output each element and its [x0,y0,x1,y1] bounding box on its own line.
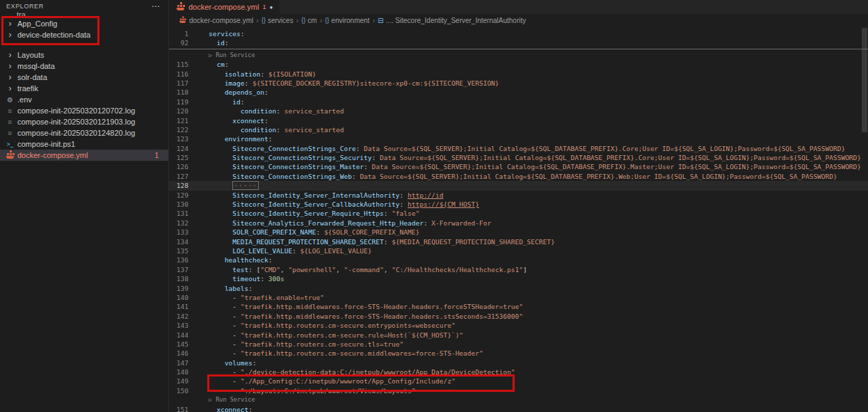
tab-docker-compose[interactable]: docker-compose.yml 1 ● [169,0,280,14]
line-number: 130 [169,200,188,209]
code-line-121[interactable]: 121 xconnect: [169,116,868,125]
code-line-144[interactable]: 144 - "traefik.http.routers.cm-secure.ru… [169,331,868,340]
code-line-130[interactable]: 130 Sitecore_Identity_Server_CallbackAut… [169,200,868,209]
line-number: 141 [169,302,188,311]
file-label: tra [17,11,26,18]
code-line-142[interactable]: 142 - "traefik.http.middlewares.force-ST… [169,312,868,321]
code-line-128[interactable]: 128 ····· [169,181,868,190]
code-line-137[interactable]: 137 test: ["CMD", "powershell", "-comman… [169,265,868,274]
breadcrumb-item-0[interactable]: docker-compose.yml [178,16,253,24]
chevron-icon: › [6,74,15,81]
breadcrumb-item-2[interactable]: {}cm [301,17,316,24]
code-line-139[interactable]: 139 labels: [169,284,868,293]
code-line-115[interactable]: 115 cm: [169,60,868,69]
code-line-133[interactable]: 133 SOLR_CORE_PREFIX_NAME: ${SOLR_CORE_P… [169,228,868,237]
file-label: solr-data [17,73,47,81]
code-line-124[interactable]: 124 Sitecore_ConnectionStrings_Core: Dat… [169,144,868,153]
sticky-scroll-divider [169,49,868,49]
code-line-143[interactable]: 143 - "traefik.http.routers.cm-secure.en… [169,321,868,330]
log-icon: ≡ [6,107,15,115]
file-label: traefik [17,84,38,93]
code-line-135[interactable]: 135 LOG_LEVEL_VALUE: ${LOG_LEVEL_VALUE} [169,246,868,255]
breadcrumb-label: docker-compose.yml [189,17,253,24]
braces-icon: {} [301,17,305,24]
line-number: 145 [169,340,188,349]
line-number: 115 [169,60,188,69]
file-item-tra[interactable]: tra [0,11,168,18]
vscode-window: EXPLORER ⋯ tra›App_Config›device-detecti… [0,0,868,412]
code-line-119[interactable]: 119 id: [169,97,868,106]
breadcrumb-item-3[interactable]: {}environment [325,17,369,24]
file-item-mssql-data[interactable]: ›mssql-data [0,61,168,72]
code-line-123[interactable]: 123 environment: [169,134,868,143]
code-line-151[interactable]: 151 xconnect: [169,405,868,412]
more-actions-icon[interactable]: ⋯ [151,1,160,11]
file-label: App_Config [17,19,58,28]
code-line-132[interactable]: 132 Sitecore_Analytics_Forwarded_Request… [169,219,868,228]
tab-bar: docker-compose.yml 1 ● [169,0,868,14]
file-item-device-detection-data[interactable]: ›device-detection-data [0,29,168,40]
line-number: 119 [169,97,188,106]
code-line-118[interactable]: 118 depends_on: [169,88,868,97]
code-line-149[interactable]: 149 - "./App_Config:C:/inetpub/wwwroot/A… [169,377,868,386]
chevron-icon: › [6,20,15,27]
tab-problems-badge: 1 [262,3,266,10]
tab-label: docker-compose.yml [188,3,259,11]
code-line-141[interactable]: 141 - "traefik.http.middlewares.force-ST… [169,302,868,311]
breadcrumb-item-4[interactable]: ⊟.... Sitecore_Identity_Server_InternalA… [378,17,526,24]
file-item-solr-data[interactable]: ›solr-data [0,72,168,83]
breadcrumb-item-1[interactable]: {}services [262,17,294,24]
code-line-134[interactable]: 134 MEDIA_REQUEST_PROTECTION_SHARED_SECR… [169,237,868,246]
chevron-icon: › [6,52,15,58]
codelens-run-service[interactable]: ▷ Run Service [169,395,868,404]
code-line-92[interactable]: 92 id: [169,38,868,47]
line-number: 92 [169,38,188,47]
code-line-131[interactable]: 131 Sitecore_Identity_Server_Require_Htt… [169,209,868,218]
code-line-116[interactable]: 116 isolation: ${ISOLATION} [169,70,868,79]
editor[interactable]: 1services:92 id:▷ Run Service115 cm:116 … [169,26,868,412]
code-line-146[interactable]: 146 - "traefik.http.routers.cm-secure.mi… [169,349,868,358]
code-line-122[interactable]: 122 condition: service_started [169,125,868,134]
line-number: 151 [169,405,188,412]
line-number: 117 [169,79,188,88]
breadcrumb: docker-compose.yml›{}services›{}cm›{}env… [169,14,868,26]
code-line-145[interactable]: 145 - "traefik.http.routers.cm-secure.tl… [169,340,868,349]
dirty-indicator-icon[interactable]: ● [270,4,273,10]
codelens-run-service[interactable]: ▷ Run Service [169,51,868,60]
code-line-127[interactable]: 127 Sitecore_ConnectionStrings_Web: Data… [169,172,868,181]
code-line-140[interactable]: 140 - "traefik.enable=true" [169,293,868,302]
editor-scrollbar[interactable] [861,26,868,412]
scrollbar-slider[interactable] [862,28,867,132]
file-item-docker-compose.yml[interactable]: docker-compose.yml1 [0,150,168,161]
docker-icon [179,17,186,24]
code-line-125[interactable]: 125 Sitecore_ConnectionStrings_Security:… [169,153,868,162]
file-item-traefik[interactable]: ›traefik [0,83,168,94]
file-item-compose-init-20250320120702.log[interactable]: ≡compose-init-20250320120702.log [0,105,168,116]
line-number: 138 [169,274,188,283]
code-line-148[interactable]: 148 - "./device-detection-data:C:/inetpu… [169,367,868,377]
code-line-117[interactable]: 117 image: ${SITECORE_DOCKER_REGISTRY}si… [169,79,868,88]
file-item-App_Config[interactable]: ›App_Config [0,18,168,29]
log-icon: ≡ [6,129,15,137]
code-line-136[interactable]: 136 healthcheck: [169,255,868,264]
file-label: docker-compose.yml [17,151,88,159]
chevron-icon: › [6,31,15,38]
line-number: 134 [169,237,188,246]
code-line-138[interactable]: 138 timeout: 300s [169,274,868,283]
line-number: 143 [169,321,188,330]
code-line-1[interactable]: 1services: [169,29,868,38]
file-item-compose-init-20250320121903.log[interactable]: ≡compose-init-20250320121903.log [0,116,168,127]
file-label: .env [17,95,32,104]
code-line-150[interactable]: 150 - "./Layouts:C:/inetpub/wwwroot/View… [169,386,868,395]
code-line-126[interactable]: 126 Sitecore_ConnectionStrings_Master: D… [169,162,868,171]
editor-column: docker-compose.yml 1 ● docker-compose.ym… [169,0,868,412]
line-number: 123 [169,134,188,143]
file-item-.env[interactable]: ⚙.env [0,94,168,105]
file-label: Layouts [17,51,45,59]
file-item-compose-init.ps1[interactable]: >_compose-init.ps1 [0,138,168,150]
code-line-120[interactable]: 120 condition: service_started [169,106,868,116]
file-item-Layouts[interactable]: ›Layouts [0,49,168,61]
file-item-compose-init-20250320124820.log[interactable]: ≡compose-init-20250320124820.log [0,127,168,138]
code-line-129[interactable]: 129 Sitecore_Identity_Server_InternalAut… [169,191,868,200]
code-line-147[interactable]: 147 volumes: [169,358,868,367]
